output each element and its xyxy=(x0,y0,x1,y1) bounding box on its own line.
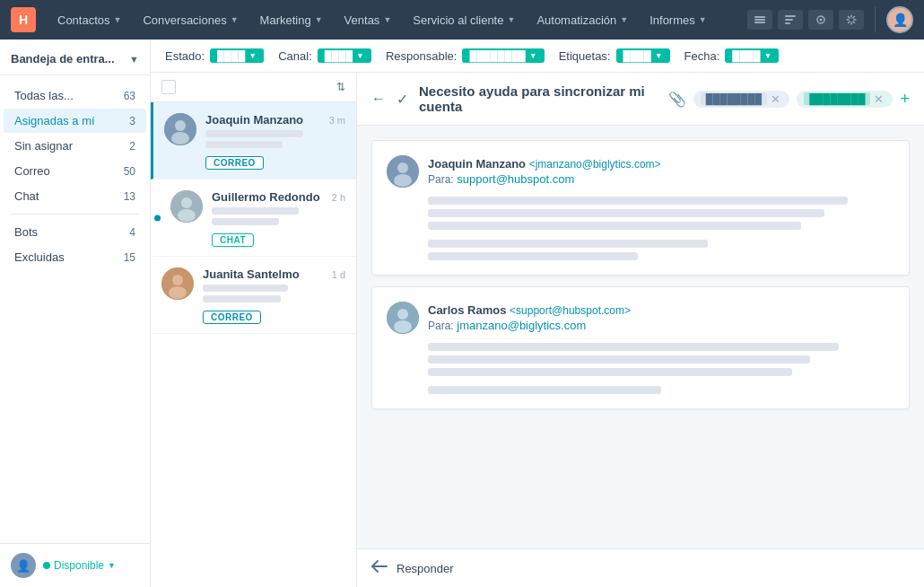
hubspot-logo[interactable]: H xyxy=(11,7,36,32)
message-header-1: Joaquin Manzano <jmanzano@biglytics.com>… xyxy=(387,155,894,188)
nav-informes-arrow: ▼ xyxy=(699,15,707,24)
conv-name-joaquin: Joaquin Manzano xyxy=(205,113,303,127)
svg-point-16 xyxy=(169,286,187,299)
topnav-icon-btn-3[interactable] xyxy=(808,10,833,30)
select-all-checkbox[interactable] xyxy=(161,80,176,94)
user-status[interactable]: Disponible ▼ xyxy=(43,559,116,572)
message-sender-1: Joaquin Manzano xyxy=(428,157,526,171)
conv-name-guillermo: Guillermo Redondo xyxy=(212,190,320,204)
filter-canal-value[interactable]: ████ ▼ xyxy=(318,48,371,63)
filter-estado-value[interactable]: ████ ▼ xyxy=(210,48,264,63)
conv-time-joaquin: 3 m xyxy=(329,115,345,126)
topnav-icon-btn-2[interactable] xyxy=(778,10,803,30)
nav-contactos[interactable]: Contactos ▼ xyxy=(48,8,130,32)
svg-rect-1 xyxy=(754,19,765,21)
conv-item-guillermo[interactable]: Guillermo Redondo 2 h CHAT xyxy=(151,180,356,257)
svg-rect-2 xyxy=(754,22,765,23)
sidebar-expand-arrow[interactable]: ▼ xyxy=(129,54,139,65)
sort-button[interactable]: ⇅ xyxy=(336,81,345,93)
detail-tag-1[interactable]: ████████ ✕ xyxy=(693,91,789,108)
nav-servicio[interactable]: Servicio al cliente ▼ xyxy=(404,8,524,32)
nav-conversaciones-arrow: ▼ xyxy=(231,15,239,24)
conv-body-joaquin: Joaquin Manzano 3 m CORREO xyxy=(205,113,345,170)
filter-fecha-value[interactable]: ████ ▼ xyxy=(725,48,779,63)
filter-estado-arrow: ▼ xyxy=(248,51,257,60)
filter-estado: Estado: ████ ▼ xyxy=(165,48,264,63)
detail-tag-2[interactable]: ████████ ✕ xyxy=(797,91,893,108)
conv-avatar-joaquin xyxy=(164,113,196,145)
topnav-icon-btn-1[interactable] xyxy=(747,10,772,30)
attachment-icon[interactable]: 📎 xyxy=(668,91,686,108)
msg-line-1-1 xyxy=(428,197,848,205)
sidebar-item-chat[interactable]: Chat 13 xyxy=(4,184,146,208)
conv-line-1 xyxy=(205,130,303,137)
conv-item-joaquin[interactable]: Joaquin Manzano 3 m CORREO xyxy=(151,102,356,180)
sidebar-item-bots[interactable]: Bots 4 xyxy=(4,220,146,244)
filter-etiquetas-value[interactable]: ████ ▼ xyxy=(616,48,670,63)
sidebar-item-todas[interactable]: Todas las... 63 xyxy=(4,83,146,108)
nav-automatizacion-arrow: ▼ xyxy=(620,15,628,24)
sidebar-item-sinasignar[interactable]: Sin asignar 2 xyxy=(4,134,146,158)
nav-conversaciones[interactable]: Conversaciones ▼ xyxy=(134,8,247,32)
conv-body-guillermo: Guillermo Redondo 2 h CHAT xyxy=(212,190,345,247)
message-meta-2: Carlos Ramos <support@hubspot.com> Para:… xyxy=(428,303,631,332)
message-to-label-2: Para: xyxy=(428,320,454,332)
sidebar-divider-1 xyxy=(11,214,139,215)
topnav-user-avatar[interactable]: 👤 xyxy=(886,6,913,33)
conv-line-5 xyxy=(203,285,288,292)
msg-line-1-5 xyxy=(428,252,638,260)
detail-panel: ← ✓ Necesito ayuda para sincronizar mi c… xyxy=(357,73,924,587)
message-body-1 xyxy=(387,197,894,260)
message-avatar-2 xyxy=(387,302,419,334)
nav-ventas[interactable]: Ventas ▼ xyxy=(336,8,401,32)
reply-button[interactable]: Responder xyxy=(397,562,454,575)
check-icon[interactable]: ✓ xyxy=(397,91,408,108)
add-tag-button[interactable]: + xyxy=(900,90,910,109)
message-header-2: Carlos Ramos <support@hubspot.com> Para:… xyxy=(387,302,894,334)
nav-automatizacion[interactable]: Automatización ▼ xyxy=(527,8,637,32)
nav-marketing[interactable]: Marketing ▼ xyxy=(251,8,332,32)
svg-point-19 xyxy=(394,174,412,187)
detail-header: ← ✓ Necesito ayuda para sincronizar mi c… xyxy=(357,73,924,126)
tag-1-close[interactable]: ✕ xyxy=(771,92,780,106)
sidebar-item-correo[interactable]: Correo 50 xyxy=(4,159,146,183)
message-to-email-1[interactable]: support@hubspot.com xyxy=(457,172,574,186)
msg-line-1-2 xyxy=(428,209,824,217)
unread-dot-guillermo xyxy=(154,215,161,221)
nav-servicio-arrow: ▼ xyxy=(507,15,515,24)
message-email-2[interactable]: <support@hubspot.com> xyxy=(510,304,631,317)
topnav-icons xyxy=(747,10,864,30)
nav-informes[interactable]: Informes ▼ xyxy=(641,8,716,32)
sidebar-title: Bandeja de entra... xyxy=(11,52,115,66)
conv-line-4 xyxy=(212,218,279,225)
conv-lines-juanita xyxy=(203,285,345,302)
filter-etiquetas: Etiquetas: ████ ▼ xyxy=(559,48,670,63)
filter-responsable-value[interactable]: ████████ ▼ xyxy=(462,48,544,63)
conv-item-juanita[interactable]: Juanita Santelmo 1 d CORREO xyxy=(151,257,356,334)
sidebar-item-excluidas[interactable]: Excluidas 15 xyxy=(4,245,146,269)
message-email-1[interactable]: <jmanzano@biglytics.com> xyxy=(529,158,661,171)
conv-lines-joaquin xyxy=(205,130,345,148)
message-to-email-2[interactable]: jmanzano@biglytics.com xyxy=(457,319,586,332)
conv-time-juanita: 1 d xyxy=(332,269,345,280)
conversations-list: ⇅ Joaquin Manzano 3 m xyxy=(151,73,357,587)
sort-icon: ⇅ xyxy=(336,81,345,93)
back-arrow-icon[interactable]: ← xyxy=(371,91,386,107)
detail-actions: 📎 ████████ ✕ ████████ ✕ + xyxy=(668,90,910,109)
message-body-2 xyxy=(387,343,894,394)
tag-2-close[interactable]: ✕ xyxy=(874,92,884,106)
svg-point-7 xyxy=(820,19,823,22)
conv-badge-guillermo: CHAT xyxy=(212,233,254,247)
conv-badge-joaquin: CORREO xyxy=(205,156,264,170)
conv-line-2 xyxy=(205,141,283,148)
topnav-divider xyxy=(875,7,876,32)
sidebar-item-asignadas[interactable]: Asignadas a mí 3 xyxy=(4,109,146,133)
msg-line-1-4 xyxy=(428,240,708,248)
svg-point-21 xyxy=(397,309,408,320)
topnav-icon-btn-4[interactable] xyxy=(839,10,864,30)
filter-responsable-arrow: ▼ xyxy=(529,51,537,60)
svg-point-15 xyxy=(172,275,183,285)
conv-list-header: ⇅ xyxy=(151,73,356,102)
svg-point-18 xyxy=(397,162,408,173)
top-navigation: H Contactos ▼ Conversaciones ▼ Marketing… xyxy=(0,0,924,39)
